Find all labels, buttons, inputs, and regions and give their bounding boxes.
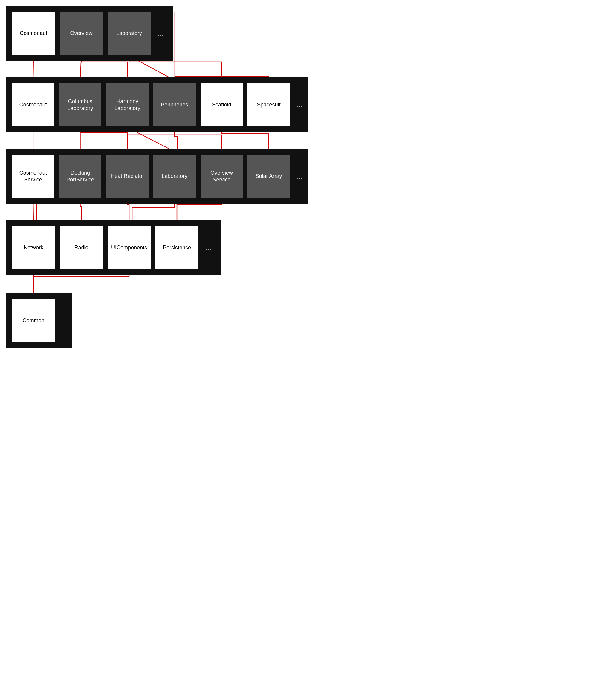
module-radio-r4: Radio	[59, 225, 104, 270]
module-cosmonaut-r2: Cosmonaut	[11, 82, 55, 127]
module-harmony-r2: HarmonyLaboratory	[105, 82, 149, 127]
module-network-r4: Network	[11, 225, 56, 270]
module-cosmonaut-r1: Cosmonaut	[11, 11, 56, 56]
spacer-4	[6, 275, 302, 293]
module-peripheries-r2: Peripheries	[152, 82, 197, 127]
module-overview-service-r3: OverviewService	[200, 154, 244, 199]
row-band-5: Common	[6, 293, 72, 348]
spacer-3	[6, 204, 302, 220]
row-band-2: Cosmonaut ColumbusLaboratory HarmonyLabo…	[6, 77, 308, 132]
module-laboratory-r1: Laboratory	[107, 11, 151, 56]
row-band-3: CosmonautService DockingPortService Heat…	[6, 149, 308, 204]
module-heat-radiator-r3: Heat Radiator	[105, 154, 149, 199]
module-columbus-r2: ColumbusLaboratory	[58, 82, 102, 127]
module-cosmonaut-service-r3: CosmonautService	[11, 154, 55, 199]
ellipsis-r2: ...	[297, 101, 303, 109]
module-scaffold-r2: Scaffold	[200, 82, 244, 127]
module-laboratory-r3: Laboratory	[152, 154, 197, 199]
ellipsis-r3: ...	[297, 172, 303, 180]
module-overview-r1: Overview	[59, 11, 104, 56]
module-spacesuit-r2: Spacesuit	[247, 82, 291, 127]
module-solar-array-r3: Solar Array	[247, 154, 291, 199]
ellipsis-r1: ...	[158, 29, 163, 38]
row-band-4: Network Radio UIComponents Persistence .…	[6, 220, 221, 275]
spacer-2	[6, 132, 302, 149]
module-persistence-r4: Persistence	[155, 225, 199, 270]
spacer-1	[6, 61, 302, 77]
ellipsis-r4: ...	[205, 244, 211, 252]
module-uicomponents-r4: UIComponents	[107, 225, 151, 270]
diagram-container: Cosmonaut Overview Laboratory ... Cosmon…	[0, 0, 308, 354]
module-common-r5: Common	[11, 298, 56, 343]
row-band-1: Cosmonaut Overview Laboratory ...	[6, 6, 173, 61]
module-docking-port-r3: DockingPortService	[58, 154, 102, 199]
